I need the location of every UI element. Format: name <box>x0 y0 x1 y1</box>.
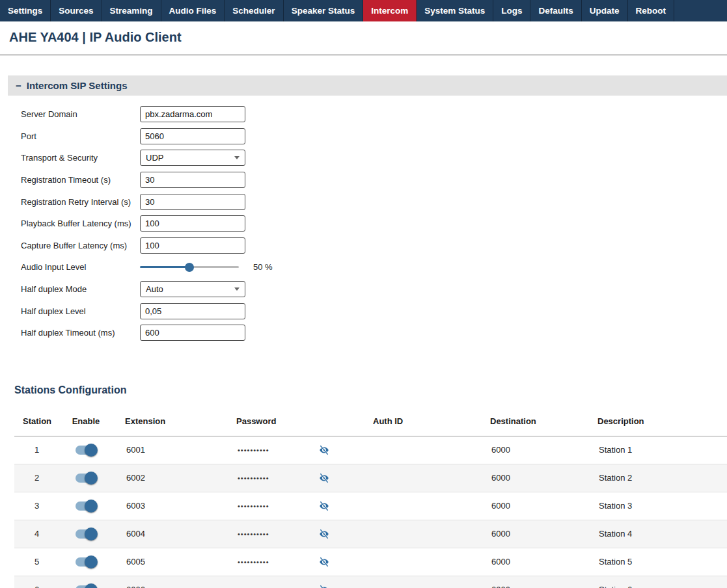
col-destination: Destination <box>477 408 584 436</box>
description-cell: Station 3 <box>584 492 727 520</box>
auth-id-cell <box>360 436 477 464</box>
tab-audio-files[interactable]: Audio Files <box>161 0 225 21</box>
description-cell: Station 5 <box>584 548 727 576</box>
chevron-down-icon <box>234 287 240 291</box>
masked-password: •••••••••• <box>238 502 269 510</box>
auth-id-cell <box>360 548 477 576</box>
password-cell: •••••••••• <box>223 548 360 576</box>
eye-off-icon <box>318 556 330 568</box>
tab-speaker-status[interactable]: Speaker Status <box>284 0 364 21</box>
enable-cell <box>60 492 112 520</box>
tab-settings[interactable]: Settings <box>0 0 51 21</box>
slider-value: 50 % <box>253 262 273 272</box>
enable-toggle[interactable] <box>75 557 96 567</box>
masked-password: •••••••••• <box>238 446 269 454</box>
tab-system-status[interactable]: System Status <box>417 0 493 21</box>
tab-update[interactable]: Update <box>582 0 628 21</box>
enable-toggle[interactable] <box>75 585 96 588</box>
capture-buffer-latency-ms-input[interactable] <box>140 237 245 254</box>
station-number-cell: 3 <box>14 492 60 520</box>
password-cell: •••••••••• <box>223 520 360 548</box>
sip-settings-panel-header[interactable]: − Intercom SIP Settings <box>8 75 727 96</box>
port-input[interactable] <box>140 128 245 144</box>
table-row: 26002•••••••••• 6000Station 2 <box>14 464 727 492</box>
enable-cell <box>60 548 112 576</box>
extension-cell: 6002 <box>112 464 223 492</box>
field-label: Capture Buffer Latency (ms) <box>14 241 140 250</box>
half-duplex-timeout-ms-input[interactable] <box>140 325 245 341</box>
sip-settings-panel-title: Intercom SIP Settings <box>27 80 128 91</box>
sip-settings-form: Server DomainPortTransport & SecurityUDP… <box>8 96 727 356</box>
eye-off-icon <box>318 584 330 588</box>
field-label: Half duplex Timeout (ms) <box>14 328 140 338</box>
station-number-cell: 2 <box>14 464 60 492</box>
field-label: Server Domain <box>14 109 140 119</box>
auth-id-cell <box>360 576 477 588</box>
toggle-password-visibility-button[interactable] <box>318 500 330 512</box>
audio-input-level-slider[interactable] <box>140 266 239 268</box>
toggle-thumb <box>85 555 98 568</box>
station-number-cell: 6 <box>14 576 60 588</box>
half-duplex-level-input[interactable] <box>140 303 245 319</box>
stations-title: Stations Configuration <box>14 384 727 396</box>
tab-reboot[interactable]: Reboot <box>628 0 675 21</box>
destination-cell: 6000 <box>477 492 584 520</box>
tab-intercom[interactable]: Intercom <box>363 0 417 21</box>
table-row: 66006•••••••••• 6000Station 6 <box>14 576 727 588</box>
transport-security-select[interactable]: UDP <box>140 150 245 166</box>
field-label: Registration Timeout (s) <box>14 175 140 185</box>
password-cell: •••••••••• <box>223 492 360 520</box>
collapse-icon[interactable]: − <box>16 80 21 91</box>
toggle-password-visibility-button[interactable] <box>318 444 330 456</box>
toggle-password-visibility-button[interactable] <box>318 528 330 540</box>
enable-cell <box>60 576 112 588</box>
password-cell: •••••••••• <box>223 576 360 588</box>
password-cell: •••••••••• <box>223 436 360 464</box>
auth-id-cell <box>360 464 477 492</box>
page-header: AHE YA404 | IP Audio Client <box>0 21 727 55</box>
enable-toggle[interactable] <box>75 446 96 455</box>
registration-retry-interval-s-input[interactable] <box>140 194 245 210</box>
form-row-server-domain: Server Domain <box>14 103 720 126</box>
extension-cell: 6004 <box>112 520 223 548</box>
form-row-playback-buffer-latency-ms: Playback Buffer Latency (ms) <box>14 213 720 235</box>
eye-off-icon <box>318 500 330 512</box>
form-row-registration-timeout-s: Registration Timeout (s) <box>14 169 720 191</box>
toggle-thumb <box>85 528 98 541</box>
tab-defaults[interactable]: Defaults <box>530 0 581 21</box>
destination-cell: 6000 <box>477 464 584 492</box>
password-cell: •••••••••• <box>223 464 360 492</box>
description-cell: Station 4 <box>584 520 727 548</box>
enable-toggle[interactable] <box>75 529 96 539</box>
description-cell: Station 1 <box>584 436 727 464</box>
toggle-password-visibility-button[interactable] <box>318 472 330 484</box>
toggle-password-visibility-button[interactable] <box>318 556 330 568</box>
tab-scheduler[interactable]: Scheduler <box>225 0 283 21</box>
tab-sources[interactable]: Sources <box>51 0 102 21</box>
enable-toggle[interactable] <box>75 501 96 511</box>
toggle-password-visibility-button[interactable] <box>318 584 330 588</box>
registration-timeout-s-input[interactable] <box>140 172 245 188</box>
stations-table-body: 16001•••••••••• 6000Station 126002••••••… <box>14 436 727 588</box>
tab-streaming[interactable]: Streaming <box>102 0 161 21</box>
server-domain-input[interactable] <box>140 106 245 122</box>
playback-buffer-latency-ms-input[interactable] <box>140 215 245 232</box>
top-nav: SettingsSourcesStreamingAudio FilesSched… <box>0 0 727 21</box>
station-number-cell: 1 <box>14 436 60 464</box>
extension-cell: 6001 <box>112 436 223 464</box>
half-duplex-mode-select[interactable]: Auto <box>140 281 245 297</box>
enable-toggle[interactable] <box>75 474 96 483</box>
masked-password: •••••••••• <box>238 530 269 538</box>
extension-cell: 6006 <box>112 576 223 588</box>
toggle-thumb <box>85 472 98 485</box>
tab-logs[interactable]: Logs <box>493 0 530 21</box>
field-label: Port <box>14 131 140 141</box>
selected-option: UDP <box>146 153 163 163</box>
destination-cell: 6000 <box>477 436 584 464</box>
form-row-transport-security: Transport & SecurityUDP <box>14 147 720 169</box>
audio-input-level-slider-wrap: 50 % <box>140 262 273 272</box>
password-wrap: •••••••••• <box>238 528 359 540</box>
col-password: Password <box>223 408 360 436</box>
station-number-cell: 4 <box>14 520 60 548</box>
field-label: Playback Buffer Latency (ms) <box>14 219 140 228</box>
